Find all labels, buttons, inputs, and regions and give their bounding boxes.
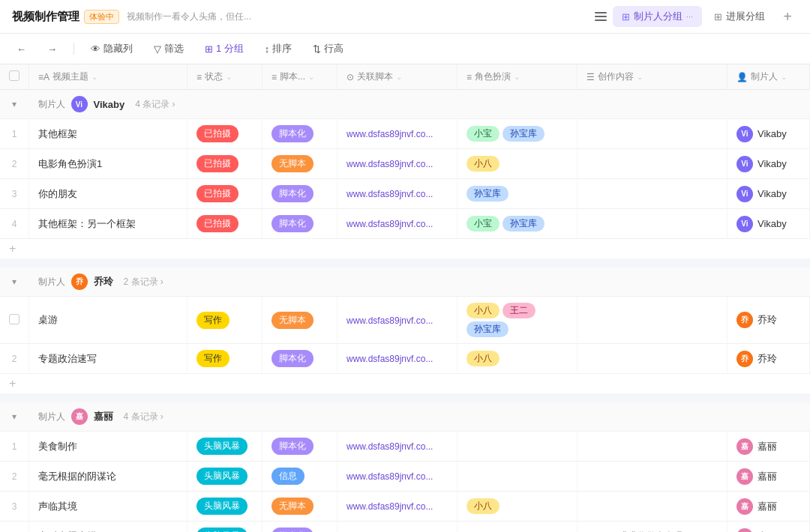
link-anchor[interactable]: www.dsfas89jnvf.co... xyxy=(346,159,433,169)
link-anchor[interactable]: www.dsfas89jnvf.co... xyxy=(346,354,433,364)
row-video[interactable]: 美食制作 xyxy=(29,432,188,462)
status-badge[interactable]: 写作 xyxy=(196,350,230,367)
add-row-qiaoling[interactable]: + xyxy=(0,374,810,394)
group-toggle-qiaoling[interactable]: ▾ xyxy=(0,267,29,297)
script-badge[interactable]: 脚本化 xyxy=(272,350,314,367)
group-toggle-jiali[interactable]: ▾ xyxy=(0,402,29,432)
role-tag[interactable]: 小八 xyxy=(466,351,500,366)
hide-col-button[interactable]: 👁 隐藏列 xyxy=(86,40,137,58)
script-badge[interactable]: 信息 xyxy=(272,468,304,485)
header-script-sort[interactable]: ⌄ xyxy=(308,73,314,81)
header-content[interactable]: ☰ 创作内容 ⌄ xyxy=(578,64,728,90)
add-row-button[interactable]: + xyxy=(0,239,810,259)
row-link[interactable]: www.dsfas89jnvf.co... xyxy=(338,119,458,149)
script-badge[interactable]: 无脚本 xyxy=(272,498,314,515)
link-anchor[interactable]: www.dsfas89jnvf.co... xyxy=(346,189,433,199)
script-badge[interactable]: 脚本化 xyxy=(272,215,314,232)
row-video[interactable]: 专题政治速写 xyxy=(29,344,188,374)
row-content[interactable] xyxy=(578,297,728,344)
filter-button[interactable]: ▽ 筛选 xyxy=(149,40,188,58)
status-badge[interactable]: 头脑风暴 xyxy=(196,468,248,485)
row-link[interactable]: www.dsfas89jnvf.co... xyxy=(338,344,458,374)
script-badge[interactable]: 无脚本 xyxy=(272,155,314,172)
role-tag[interactable]: 小八 xyxy=(466,303,500,318)
script-badge[interactable]: 脚本化 xyxy=(272,125,314,142)
link-anchor[interactable]: www.dsfas89jnvf.co... xyxy=(346,471,433,482)
tab-producer-more[interactable]: ··· xyxy=(686,12,693,21)
row-video[interactable]: 其他框架 xyxy=(29,119,188,149)
row-content[interactable] xyxy=(578,209,728,239)
row-video[interactable]: 实时专题素描 xyxy=(29,522,188,533)
role-tag[interactable]: 王二 xyxy=(502,303,536,318)
row-video[interactable]: 其他框架：另一个框架 xyxy=(29,209,188,239)
script-badge[interactable]: 无脚本 xyxy=(272,312,314,329)
row-link[interactable]: www.dsfas89jnvf.co... xyxy=(338,209,458,239)
row-content[interactable] xyxy=(578,344,728,374)
add-tab-button[interactable]: + xyxy=(777,6,798,27)
row-content[interactable]: PDBT：求求你做个人吧 xyxy=(578,522,728,533)
row-content[interactable] xyxy=(578,492,728,522)
row-video[interactable]: 电影角色扮演1 xyxy=(29,149,188,179)
role-tag[interactable]: 小宝 xyxy=(466,126,500,142)
status-badge[interactable]: 头脑风暴 xyxy=(196,498,248,515)
select-all-checkbox[interactable] xyxy=(9,70,20,81)
forward-button[interactable]: → xyxy=(43,41,62,57)
script-badge[interactable]: 脚本化 xyxy=(272,438,314,455)
link-anchor[interactable]: www.dsfas89jnvf.co... xyxy=(346,501,433,512)
hamburger-button[interactable] xyxy=(592,9,610,24)
group-button[interactable]: ⊞ 1 分组 xyxy=(200,40,248,58)
status-badge[interactable]: 已拍摄 xyxy=(196,155,238,172)
role-tag[interactable]: 孙宝库 xyxy=(466,186,508,202)
header-script[interactable]: ≡ 脚本... ⌄ xyxy=(262,64,338,90)
role-tag[interactable]: 小八 xyxy=(466,498,500,514)
back-button[interactable]: ← xyxy=(12,41,31,57)
header-producer[interactable]: 👤 制片人 ⌄ xyxy=(728,64,810,90)
row-content[interactable] xyxy=(578,462,728,492)
status-badge[interactable]: 头脑风暴 xyxy=(196,528,248,532)
status-badge[interactable]: 已拍摄 xyxy=(196,125,238,142)
row-link[interactable]: www.dsfas89jnvf.co... xyxy=(338,179,458,209)
row-content[interactable] xyxy=(578,432,728,462)
row-video[interactable]: 声临其境 xyxy=(29,492,188,522)
link-anchor[interactable]: www.dsfas89jnvf.co... xyxy=(346,315,433,326)
link-anchor[interactable]: www.dsfas89jnvf.co... xyxy=(346,219,433,229)
role-tag[interactable]: 孙宝库 xyxy=(466,321,508,337)
table-wrapper[interactable]: ≡A 视频主题 ⌄ ≡ 状态 ⌄ ≡ xyxy=(0,64,810,532)
role-tag[interactable]: 小宝 xyxy=(466,216,500,232)
add-row-vikaby[interactable]: + xyxy=(0,239,810,259)
sort-button[interactable]: ↕ 排序 xyxy=(260,40,297,58)
row-checkbox[interactable] xyxy=(9,314,20,324)
header-link[interactable]: ⊙ 关联脚本 ⌄ xyxy=(338,64,458,90)
row-content[interactable] xyxy=(578,179,728,209)
row-video[interactable]: 你的朋友 xyxy=(29,179,188,209)
header-role[interactable]: ≡ 角色扮演 ⌄ xyxy=(458,64,578,90)
row-link[interactable]: www.dsfas89jnvf.co... xyxy=(338,297,458,344)
script-badge[interactable]: 脚本化 xyxy=(272,528,314,532)
row-video[interactable]: 毫无根据的阴谋论 xyxy=(29,462,188,492)
add-row-button[interactable]: + xyxy=(0,374,810,394)
row-link[interactable]: www.dsfas89jnvf.co... xyxy=(338,522,458,533)
row-link[interactable]: www.dsfas89jnvf.co... xyxy=(338,432,458,462)
row-video[interactable]: 桌游 xyxy=(29,297,188,344)
row-height-button[interactable]: ⇅ 行高 xyxy=(308,40,348,58)
link-anchor[interactable]: www.dsfas89jnvf.co... xyxy=(346,441,433,452)
header-status[interactable]: ≡ 状态 ⌄ xyxy=(188,64,262,90)
status-badge[interactable]: 已拍摄 xyxy=(196,215,238,232)
header-check[interactable] xyxy=(0,64,29,90)
tab-progress-group[interactable]: ⊞ 进展分组 xyxy=(705,6,774,27)
tab-producer-group[interactable]: ⊞ 制片人分组 ··· xyxy=(613,6,702,27)
header-content-sort[interactable]: ⌄ xyxy=(637,73,643,81)
status-badge[interactable]: 已拍摄 xyxy=(196,185,238,202)
status-badge[interactable]: 写作 xyxy=(196,312,230,329)
header-status-sort[interactable]: ⌄ xyxy=(226,73,232,81)
role-tag[interactable]: 小八 xyxy=(466,156,500,172)
header-producer-sort[interactable]: ⌄ xyxy=(781,73,787,81)
group-toggle-vikaby[interactable]: ▾ xyxy=(0,90,29,119)
row-content[interactable] xyxy=(578,119,728,149)
status-badge[interactable]: 头脑风暴 xyxy=(196,438,248,455)
row-link[interactable]: www.dsfas89jnvf.co... xyxy=(338,492,458,522)
row-link[interactable]: www.dsfas89jnvf.co... xyxy=(338,149,458,179)
header-link-sort[interactable]: ⌄ xyxy=(396,73,402,81)
header-video[interactable]: ≡A 视频主题 ⌄ xyxy=(29,64,188,90)
script-badge[interactable]: 脚本化 xyxy=(272,185,314,202)
